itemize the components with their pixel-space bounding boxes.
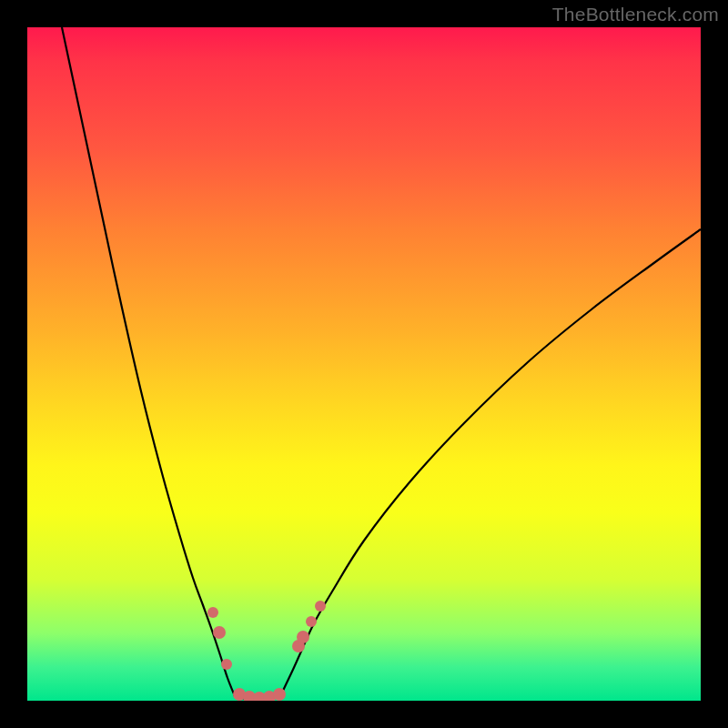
- markers-group: [207, 601, 326, 701]
- data-marker: [273, 688, 286, 701]
- data-marker: [207, 607, 218, 618]
- right-curve: [280, 229, 701, 696]
- watermark-text: TheBottleneck.com: [552, 4, 719, 25]
- chart-container: TheBottleneck.com: [0, 0, 728, 728]
- data-marker: [297, 631, 309, 643]
- left-curve: [62, 27, 235, 696]
- data-marker: [306, 616, 317, 627]
- data-marker: [213, 626, 226, 639]
- data-marker: [221, 659, 232, 670]
- plot-area: [27, 27, 701, 701]
- data-marker: [315, 601, 326, 612]
- curve-svg: [27, 27, 701, 701]
